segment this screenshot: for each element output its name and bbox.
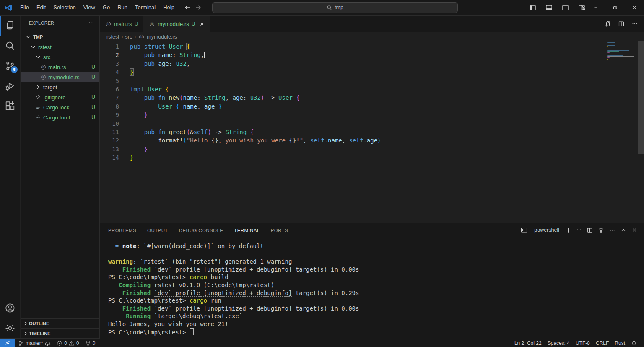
chevron-right-icon [35, 84, 42, 90]
kill-terminal-icon[interactable] [598, 227, 604, 233]
menu-run[interactable]: Run [114, 0, 131, 15]
panel-tab-ports[interactable]: PORTS [271, 224, 288, 236]
tree-item-Cargo-toml[interactable]: Cargo.tomlU [21, 112, 99, 122]
line-number: 5 [100, 77, 119, 85]
menu-terminal[interactable]: Terminal [131, 0, 159, 15]
panel-tab-terminal[interactable]: TERMINAL [234, 224, 260, 236]
git-status-badge: U [91, 74, 95, 80]
tab-mymodule-rs[interactable]: Rmymodule.rsU [143, 16, 210, 32]
menu-help[interactable]: Help [159, 0, 178, 15]
remote-icon [4, 340, 11, 347]
split-terminal-icon[interactable] [587, 227, 593, 233]
files-icon [5, 21, 15, 31]
editor-scrollbar[interactable] [638, 41, 644, 223]
minimap-line [607, 49, 612, 49]
cursor-position[interactable]: Ln 2, Col 22 [512, 339, 545, 347]
section-timeline[interactable]: TIMELINE [21, 328, 99, 338]
code-text: pub struct User { [130, 42, 190, 51]
panel-more-actions-icon[interactable] [609, 227, 615, 233]
code-editor[interactable]: 1pub struct User {2 pub name: String,3 p… [100, 41, 644, 223]
menu-view[interactable]: View [80, 0, 99, 15]
minimap-line [607, 45, 615, 46]
activity-item-accounts[interactable] [0, 298, 20, 318]
new-terminal-icon[interactable] [565, 227, 571, 233]
forward-arrow-icon[interactable] [195, 4, 202, 11]
terminal-line: = note: `#[warn(dead_code)]` on by defau… [108, 242, 644, 250]
back-arrow-icon[interactable] [184, 4, 191, 11]
scrollbar-thumb[interactable] [638, 41, 644, 154]
terminal-line: Finished `dev` profile [unoptimized + de… [108, 289, 644, 297]
panel-tab-problems[interactable]: PROBLEMS [108, 224, 136, 236]
tree-item--gitignore[interactable]: .gitignoreU [21, 92, 99, 102]
menu-go[interactable]: Go [99, 0, 114, 15]
editor-more-actions-icon[interactable] [631, 21, 638, 27]
terminal-icon [521, 227, 527, 233]
code-line: 14} [100, 153, 644, 162]
branch-status[interactable]: master* [15, 339, 54, 347]
section-outline[interactable]: OUTLINE [21, 318, 99, 328]
ports-status[interactable]: 0 [82, 339, 99, 347]
menu-edit[interactable]: Edit [33, 0, 49, 15]
menu-selection[interactable]: Selection [49, 0, 79, 15]
breadcrumb-item[interactable]: src [125, 34, 132, 40]
activity-item-search[interactable] [0, 36, 20, 56]
minimize-button[interactable] [586, 0, 605, 15]
toggle-secondary-sidebar-icon[interactable] [562, 4, 569, 11]
git-status-badge: U [91, 64, 95, 70]
line-number: 8 [100, 102, 119, 111]
breadcrumb: rstest›src›Rmymodule.rs [100, 32, 644, 41]
eol[interactable]: CRLF [593, 339, 612, 347]
panel-tab-output[interactable]: OUTPUT [147, 224, 168, 236]
tree-item-src[interactable]: src [21, 52, 99, 62]
tree-item-main-rs[interactable]: Rmain.rsU [21, 62, 99, 72]
toggle-panel-icon[interactable] [545, 4, 553, 11]
terminal-output[interactable]: = note: `#[warn(dead_code)]` on by defau… [100, 237, 644, 339]
minimap-line [607, 46, 608, 47]
tab-bar: Rmain.rsURmymodule.rsU [100, 16, 644, 32]
tree-item-Cargo-lock[interactable]: Cargo.lockU [21, 102, 99, 112]
customize-layout-icon[interactable] [578, 4, 585, 11]
open-changes-icon[interactable] [605, 21, 611, 27]
tab-main-rs[interactable]: Rmain.rsU [100, 16, 143, 32]
chevron-down-icon [30, 44, 36, 50]
source-control-badge: 5 [11, 66, 18, 73]
code-text: } [130, 153, 133, 162]
svg-text:R: R [151, 22, 153, 26]
breadcrumb-item[interactable]: mymodule.rs [147, 34, 177, 40]
code-line: 11 pub fn greet(&self) -> String { [100, 128, 644, 136]
close-panel-icon[interactable] [631, 227, 637, 233]
tree-item-mymodule-rs[interactable]: Rmymodule.rsU [21, 72, 99, 82]
minimap[interactable] [607, 42, 637, 60]
language-mode[interactable]: Rust [612, 339, 628, 347]
tree-item-target[interactable]: target [21, 82, 99, 92]
tree-item-rstest[interactable]: rstest [21, 42, 99, 52]
activity-item-run-debug[interactable] [0, 76, 20, 96]
notifications-bell[interactable] [628, 339, 640, 347]
activity-item-explorer[interactable] [0, 16, 20, 36]
terminal-dropdown-icon[interactable] [576, 228, 582, 233]
code-text: pub age: u32, [130, 60, 190, 68]
minimap-line [607, 56, 634, 57]
tree-item-TMP[interactable]: TMP [21, 32, 99, 42]
split-editor-icon[interactable] [618, 21, 625, 27]
activity-item-settings[interactable] [0, 318, 20, 338]
panel-tab-debug-console[interactable]: DEBUG CONSOLE [179, 224, 223, 236]
maximize-panel-icon[interactable] [621, 227, 626, 233]
activity-item-extensions[interactable] [0, 96, 20, 116]
command-center-search[interactable]: tmp [212, 2, 458, 13]
menu-file[interactable]: File [16, 0, 33, 15]
vscode-logo-icon [5, 4, 12, 11]
activity-item-source-control[interactable]: 5 [0, 56, 20, 76]
toggle-sidebar-icon[interactable] [529, 4, 536, 11]
breadcrumb-item[interactable]: rstest [106, 34, 119, 40]
gear-icon [5, 323, 15, 333]
indentation[interactable]: Spaces: 4 [545, 339, 573, 347]
problems-status[interactable]: 00 [54, 339, 82, 347]
encoding[interactable]: UTF-8 [573, 339, 593, 347]
close-window-button[interactable] [625, 0, 644, 15]
shell-name[interactable]: powershell [534, 227, 559, 233]
remote-indicator[interactable] [0, 339, 15, 347]
explorer-more-actions-icon[interactable] [88, 20, 94, 26]
restore-button[interactable] [605, 0, 625, 15]
close-tab-icon[interactable] [199, 21, 205, 27]
